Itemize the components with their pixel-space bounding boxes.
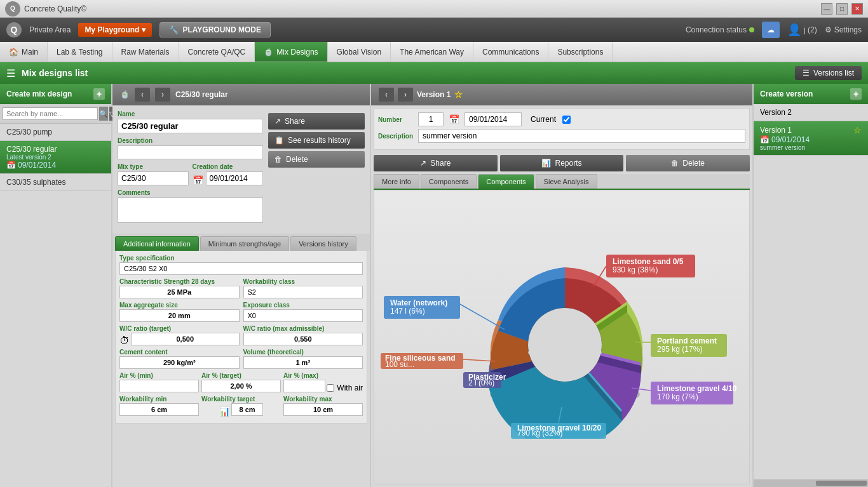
version-v1-calendar-icon: 📅	[760, 135, 770, 144]
chart-tab-more-info[interactable]: More info	[374, 174, 419, 189]
wc-target-input[interactable]	[131, 333, 240, 345]
playground-mode-label: PLAYGROUND MODE	[182, 25, 261, 34]
create-version-plus-icon: +	[850, 88, 862, 100]
version-star-button[interactable]: ☆	[454, 90, 463, 100]
tab-min-strengths[interactable]: Minimum strengths/age	[200, 236, 289, 251]
version-v1-star[interactable]: ☆	[853, 125, 862, 135]
workability-max-label: Workability max	[283, 396, 363, 403]
version-next-button[interactable]: ›	[398, 88, 413, 102]
header-logo: Q	[6, 22, 22, 37]
workability-class-input[interactable]	[243, 286, 363, 298]
mix-detail-title: C25/30 regular	[175, 90, 228, 99]
type-spec-input[interactable]	[119, 262, 363, 275]
air-min-input[interactable]	[119, 380, 199, 392]
volume-label: Volume (theoretical)	[243, 349, 363, 356]
minimize-button[interactable]: —	[821, 3, 832, 15]
version-v1-label: Version 1	[760, 126, 792, 135]
char-strength-input[interactable]	[119, 286, 240, 298]
see-results-button[interactable]: 📋 See results history	[268, 132, 365, 149]
connection-label: Connection status	[686, 25, 747, 34]
header-bar: Q Private Area My Playground ▾ 🔧 PLAYGRO…	[0, 18, 868, 42]
version-calendar-icon[interactable]: 📅	[449, 114, 459, 124]
with-air-checkbox[interactable]	[327, 384, 334, 392]
toolbar-title: Mix designs list	[22, 68, 88, 78]
share-button[interactable]: ↗ Share	[268, 113, 365, 130]
create-version-button[interactable]: Create version +	[754, 84, 868, 104]
mix-list-item-sulphates[interactable]: C30/35 sulphates	[0, 174, 111, 191]
version-current-checkbox[interactable]	[562, 116, 571, 124]
description-label: Description	[118, 137, 263, 144]
close-button[interactable]: ✕	[851, 3, 863, 15]
air-row: Air % (min) Air % (target) Air % (max) W…	[119, 372, 363, 396]
cement-content-input[interactable]	[119, 356, 240, 369]
version-list-item-v2[interactable]: Version 2	[754, 104, 868, 121]
workability-target-input[interactable]	[231, 403, 263, 416]
search-button[interactable]: 🔍	[99, 107, 108, 121]
private-area-button[interactable]: Private Area	[29, 25, 71, 34]
mix-list-item-pump[interactable]: C25/30 pump	[0, 124, 111, 141]
creation-date-input[interactable]	[206, 171, 264, 185]
playground-mode-button[interactable]: 🔧 PLAYGROUND MODE	[159, 22, 271, 37]
volume-input[interactable]	[243, 356, 363, 369]
name-input[interactable]	[118, 119, 263, 133]
wc-max-input[interactable]	[243, 333, 363, 345]
version-list-item-v1[interactable]: Version 1 ☆ 📅 09/01/2014 summer version	[754, 121, 868, 156]
version-prev-button[interactable]: ‹	[379, 88, 394, 102]
donut-chart: Limestone sand 0/5 930 kg (38%) Portland…	[377, 236, 746, 439]
middle-panel: 🍵 ‹ › C25/30 regular Name Description Mi…	[112, 84, 370, 487]
mix-prev-button[interactable]: ‹	[135, 88, 150, 102]
version-description-input[interactable]	[418, 129, 745, 143]
exposure-class-input[interactable]	[243, 309, 363, 322]
version-number-input[interactable]	[418, 112, 444, 126]
playground-button[interactable]: My Playground ▾	[78, 23, 152, 37]
strength-workability-row: Characteristic Strength 28 days Workabil…	[119, 278, 363, 302]
nav-item-main[interactable]: 🏠 Main	[0, 42, 48, 62]
delete-mix-button[interactable]: 🗑 Delete	[268, 151, 365, 168]
main-content: Create mix design + 🔍 ▽ C25/30 pump C25/…	[0, 84, 868, 487]
workability-min-input[interactable]	[119, 403, 199, 416]
version-reports-label: Reports	[555, 159, 581, 168]
nav-item-qa[interactable]: Concrete QA/QC	[179, 42, 255, 62]
chart-tabs: More info Components Components Sieve An…	[374, 174, 750, 190]
version-date-input[interactable]	[465, 112, 522, 126]
air-max-input[interactable]	[283, 380, 325, 392]
max-aggregate-input[interactable]	[119, 309, 240, 322]
chart-tab-sieve[interactable]: Sieve Analysis	[536, 174, 597, 189]
tab-additional-info[interactable]: Additional information	[115, 236, 199, 251]
version-reports-button[interactable]: 📊 Reports	[500, 155, 624, 171]
scroll-thumb[interactable]	[816, 481, 867, 486]
search-input[interactable]	[3, 107, 98, 120]
nav-item-communications[interactable]: Communications	[473, 42, 548, 62]
workability-max-input[interactable]	[283, 403, 363, 416]
creation-date-calendar-icon[interactable]: 📅	[193, 175, 203, 185]
nav-item-global[interactable]: Global Vision	[328, 42, 391, 62]
tab-versions-history[interactable]: Versions history	[290, 236, 356, 251]
nav-item-raw-materials[interactable]: Raw Materials	[112, 42, 179, 62]
nav-american-label: The American Way	[400, 48, 464, 57]
nav-item-subscriptions[interactable]: Subscriptions	[548, 42, 613, 62]
user-button[interactable]: 👤 j (2)	[787, 23, 817, 37]
version-delete-button[interactable]: 🗑 Delete	[626, 155, 750, 171]
nav-item-mix-designs[interactable]: 🍵 Mix Designs	[255, 42, 327, 62]
svg-text:2 l (0%): 2 l (0%)	[468, 378, 494, 387]
comments-textarea[interactable]	[118, 197, 263, 223]
description-input[interactable]	[118, 145, 263, 159]
cloud-button[interactable]: ☁	[762, 22, 780, 38]
mix-type-input[interactable]	[118, 171, 189, 185]
version-share-button[interactable]: ↗ Share	[374, 155, 498, 171]
create-mix-button[interactable]: Create mix design +	[0, 84, 111, 104]
mix-next-button[interactable]: ›	[155, 88, 170, 102]
nav-item-american-way[interactable]: The American Way	[391, 42, 473, 62]
air-target-input[interactable]	[201, 380, 281, 392]
settings-button[interactable]: ⚙ Settings	[825, 25, 862, 34]
maximize-button[interactable]: □	[836, 3, 848, 15]
version-description-row: Description	[378, 129, 745, 143]
versions-list-button[interactable]: ☰ Versions list	[795, 66, 862, 80]
mix-list-item-regular[interactable]: C25/30 regular Latest version 2 📅 09/01/…	[0, 141, 111, 174]
chart-tab-components-list[interactable]: Components	[421, 174, 477, 189]
nav-item-lab[interactable]: Lab & Testing	[48, 42, 112, 62]
action-buttons-col: ↗ Share 📋 See results history 🗑 Delete	[266, 108, 367, 173]
versions-list-icon: ☰	[803, 69, 810, 77]
version-delete-label: Delete	[682, 159, 705, 168]
chart-tab-components-chart[interactable]: Components	[478, 174, 534, 189]
